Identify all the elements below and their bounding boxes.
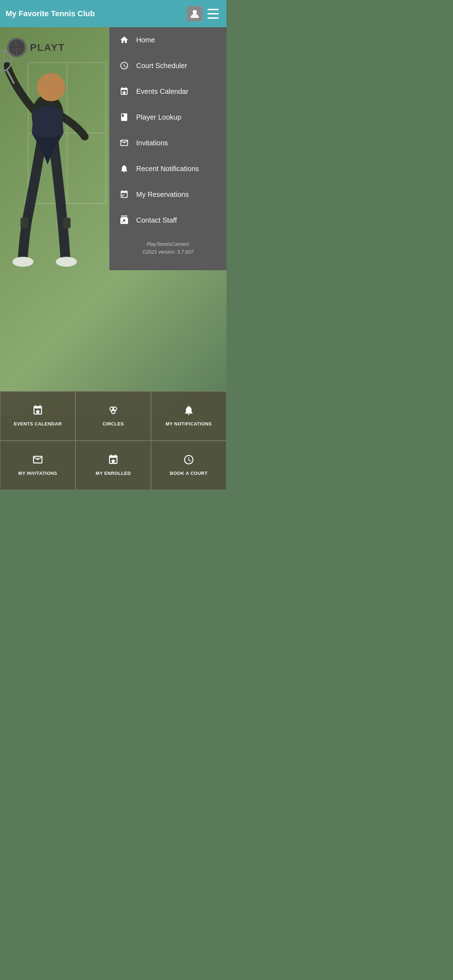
- tab-row-1: EVENTS CALENDAR CIRCLES MY NOTIFICATIONS: [0, 391, 227, 441]
- bottom-tab-bar: EVENTS CALENDAR CIRCLES MY NOTIFICATIONS: [0, 391, 227, 490]
- menu-label-my-reservations: My Reservations: [136, 191, 189, 199]
- tab-circles-icon: [108, 405, 119, 418]
- menu-item-court-scheduler[interactable]: Court Scheduler: [110, 53, 227, 79]
- book-icon: [118, 111, 130, 124]
- tab-invitations-icon: [32, 454, 43, 467]
- menu-item-home[interactable]: Home: [110, 27, 227, 53]
- svg-point-20: [7, 38, 27, 57]
- logo-text: PLAYT: [30, 42, 65, 53]
- menu-button[interactable]: [205, 6, 221, 22]
- svg-rect-19: [63, 218, 71, 228]
- menu-label-invitations: Invitations: [136, 139, 168, 147]
- header-icons: [187, 6, 221, 22]
- menu-label-court-scheduler: Court Scheduler: [136, 62, 188, 70]
- hamburger-icon: [207, 9, 219, 19]
- tab-circles-label: CIRCLES: [103, 421, 124, 427]
- tab-book-court-icon: [183, 454, 194, 467]
- logo-ball: [7, 38, 27, 57]
- profile-button[interactable]: [187, 6, 202, 22]
- menu-item-player-lookup[interactable]: Player Lookup: [110, 104, 227, 130]
- menu-item-contact-staff[interactable]: Contact Staff: [110, 207, 227, 233]
- menu-item-invitations[interactable]: Invitations: [110, 130, 227, 156]
- svg-rect-2: [207, 13, 219, 14]
- contact-icon: [118, 214, 130, 226]
- tab-notifications-label: MY NOTIFICATIONS: [165, 421, 212, 427]
- menu-item-recent-notifications[interactable]: Recent Notifications: [110, 156, 227, 182]
- tab-circles[interactable]: CIRCLES: [75, 391, 151, 441]
- svg-point-13: [56, 257, 77, 267]
- tab-enrolled-label: MY ENROLLED: [95, 471, 131, 477]
- menu-label-events-calendar: Events Calendar: [136, 88, 188, 95]
- home-icon: [118, 33, 130, 46]
- tab-book-court-label: BOOK A COURT: [170, 471, 208, 477]
- envelope-star-icon: [118, 137, 130, 149]
- clock-icon: [118, 59, 130, 72]
- calendar-star-icon: [118, 85, 130, 98]
- logo-ball-svg: [7, 38, 27, 57]
- menu-label-contact-staff: Contact Staff: [136, 216, 177, 224]
- bell-icon: [118, 162, 130, 175]
- player-silhouette: [0, 45, 110, 345]
- svg-rect-18: [21, 218, 28, 228]
- app-title: My Favorite Tennis Club: [6, 9, 95, 18]
- menu-item-my-reservations[interactable]: My Reservations: [110, 182, 227, 207]
- svg-point-0: [192, 10, 197, 14]
- tab-invitations-label: MY INVITATIONS: [18, 471, 57, 477]
- tab-events-calendar[interactable]: EVENTS CALENDAR: [0, 391, 75, 441]
- footer-line1: PlayTennisConnect: [116, 240, 219, 248]
- tab-my-notifications[interactable]: MY NOTIFICATIONS: [151, 391, 227, 441]
- tab-my-invitations[interactable]: MY INVITATIONS: [0, 441, 75, 490]
- menu-label-player-lookup: Player Lookup: [136, 113, 181, 121]
- svg-rect-3: [207, 17, 219, 19]
- menu-label-recent-notifications: Recent Notifications: [136, 165, 199, 173]
- logo-area: PLAYT: [7, 38, 65, 57]
- svg-point-21: [8, 39, 26, 56]
- tab-notifications-icon: [183, 405, 194, 418]
- footer-line2: ©2021 version: 3.7.607: [116, 248, 219, 256]
- dropdown-menu: Home Court Scheduler Events Calendar Pla…: [110, 27, 227, 270]
- tab-events-calendar-icon: [32, 405, 43, 418]
- tab-book-court[interactable]: BOOK A COURT: [151, 441, 227, 490]
- menu-label-home: Home: [136, 36, 155, 44]
- tab-row-2: MY INVITATIONS MY ENROLLED BOOK A COURT: [0, 441, 227, 490]
- tab-events-calendar-label: EVENTS CALENDAR: [14, 421, 62, 427]
- tab-enrolled-icon: [108, 454, 119, 467]
- profile-icon: [189, 8, 200, 19]
- menu-item-events-calendar[interactable]: Events Calendar: [110, 79, 227, 104]
- calendar-check-icon: [118, 188, 130, 201]
- menu-footer: PlayTennisConnect ©2021 version: 3.7.607: [110, 233, 227, 263]
- svg-rect-1: [207, 9, 219, 10]
- svg-point-12: [12, 257, 33, 267]
- svg-point-11: [37, 73, 65, 101]
- tab-my-enrolled[interactable]: MY ENROLLED: [75, 441, 151, 490]
- app-header: My Favorite Tennis Club: [0, 0, 227, 27]
